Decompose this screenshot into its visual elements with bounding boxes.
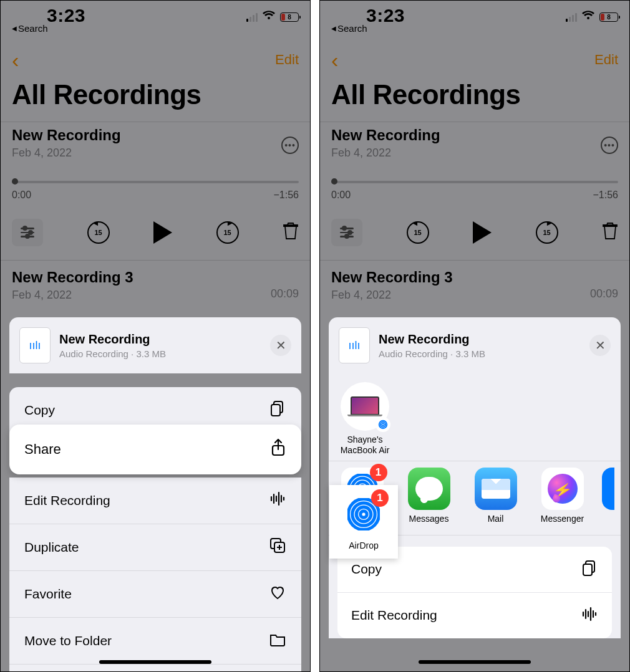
duplicate-icon: [269, 537, 286, 558]
share-icon: [270, 438, 286, 461]
sheet-subtitle: Audio Recording · 3.3 MB: [59, 348, 166, 359]
share-app-messages[interactable]: Messages: [402, 468, 456, 524]
status-bar: 3:23 Search 8: [320, 1, 629, 37]
recording-item-1[interactable]: New Recording Feb 4, 2022: [331, 127, 618, 160]
share-app-airdrop-highlighted[interactable]: 1 AirDrop: [329, 485, 398, 559]
divider: [320, 260, 629, 261]
mail-icon: [475, 468, 517, 510]
battery-icon: 8: [599, 12, 618, 22]
edit-button[interactable]: Edit: [275, 52, 299, 68]
sheet-header: ıılı New Recording Audio Recording · 3.3…: [329, 317, 621, 373]
recording-date: Feb 4, 2022: [12, 289, 299, 302]
status-time: 3:23: [331, 7, 405, 24]
delete-button[interactable]: [283, 221, 299, 244]
share-app-mail[interactable]: Mail: [468, 468, 523, 524]
audio-file-icon: ıılı: [339, 327, 370, 363]
elapsed-time: 0:00: [331, 190, 351, 201]
messages-icon: [408, 468, 450, 510]
status-bar: 3:23 Search 8: [1, 1, 310, 37]
waveform-icon: [581, 605, 598, 626]
recording-duration: 00:09: [271, 287, 299, 300]
share-app-messenger[interactable]: ⚡ Messenger: [535, 468, 589, 524]
play-button[interactable]: [153, 221, 172, 244]
menu-duplicate[interactable]: Duplicate: [9, 524, 301, 571]
airdrop-target-label: Shayne's MacBook Air: [335, 434, 395, 456]
back-button[interactable]: ‹: [331, 48, 338, 72]
action-edit-recording[interactable]: Edit Recording: [337, 593, 612, 638]
remaining-time: −1:56: [593, 190, 618, 201]
menu-move-to-folder[interactable]: Move to Folder: [9, 618, 301, 665]
more-options-button[interactable]: •••: [601, 137, 618, 154]
airdrop-badge-icon: [376, 417, 390, 432]
close-sheet-button[interactable]: ✕: [589, 335, 611, 356]
sheet-header: ıılı New Recording Audio Recording · 3.3…: [9, 317, 301, 373]
options-sliders-button[interactable]: [12, 219, 43, 246]
recording-item-1[interactable]: New Recording Feb 4, 2022: [12, 127, 299, 160]
playback-scrubber[interactable]: 0:00 −1:56: [12, 181, 299, 201]
share-app-more[interactable]: [602, 468, 614, 524]
wifi-icon: [263, 11, 275, 24]
divider: [320, 122, 629, 122]
recording-title: New Recording: [12, 127, 299, 144]
airdrop-label: AirDrop: [349, 540, 378, 550]
skip-back-15-button[interactable]: ◄15: [407, 221, 429, 244]
sheet-title: New Recording: [59, 332, 166, 347]
cellular-icon: [566, 13, 577, 22]
status-back-to-search[interactable]: Search: [12, 23, 85, 34]
recording-title: New Recording: [331, 127, 618, 144]
svg-rect-1: [271, 405, 280, 416]
folder-icon: [269, 630, 286, 651]
home-indicator[interactable]: [419, 660, 531, 664]
play-button[interactable]: [473, 221, 492, 244]
status-back-to-search[interactable]: Search: [331, 23, 405, 34]
airdrop-badge: 1: [370, 464, 387, 481]
waveform-icon: [269, 490, 286, 511]
skip-forward-15-button[interactable]: ►15: [536, 221, 558, 244]
airdrop-icon: 1: [342, 493, 385, 535]
airdrop-target-macbook[interactable]: Shayne's MacBook Air: [335, 382, 395, 456]
share-sheet: ıılı New Recording Audio Recording · 3.3…: [329, 317, 621, 638]
cellular-icon: [246, 13, 258, 22]
recording-item-2[interactable]: New Recording 3 Feb 4, 2022: [12, 269, 299, 302]
menu-share-highlighted[interactable]: Share: [9, 425, 301, 474]
menu-new-quick-note[interactable]: New Quick Note: [9, 665, 301, 672]
home-indicator[interactable]: [99, 660, 211, 664]
edit-button[interactable]: Edit: [594, 52, 618, 68]
copy-icon: [581, 559, 598, 580]
more-options-button[interactable]: •••: [281, 137, 299, 154]
status-time: 3:23: [12, 7, 85, 24]
svg-point-29: [361, 511, 367, 517]
menu-edit-recording[interactable]: Edit Recording: [9, 478, 301, 524]
skip-forward-15-button[interactable]: ►15: [216, 221, 239, 244]
copy-icon: [269, 400, 286, 421]
recording-date: Feb 4, 2022: [331, 289, 618, 302]
delete-button[interactable]: [602, 221, 618, 244]
svg-point-15: [380, 422, 385, 427]
divider: [1, 260, 310, 261]
elapsed-time: 0:00: [12, 190, 31, 201]
wifi-icon: [582, 11, 594, 24]
divider: [1, 122, 310, 122]
options-sliders-button[interactable]: [331, 219, 362, 246]
sheet-title: New Recording: [379, 332, 485, 347]
recording-duration: 00:09: [590, 287, 618, 300]
skip-back-15-button[interactable]: ◄15: [87, 221, 110, 244]
recording-title: New Recording 3: [331, 269, 618, 286]
recording-title: New Recording 3: [12, 269, 299, 286]
context-menu-sheet: ıılı New Recording Audio Recording · 3.3…: [9, 317, 301, 672]
recording-date: Feb 4, 2022: [12, 146, 299, 160]
svg-point-14: [382, 423, 384, 426]
airdrop-badge: 1: [371, 489, 389, 507]
battery-icon: 8: [280, 12, 299, 22]
airdrop-targets-row: Shayne's MacBook Air: [329, 373, 621, 461]
menu-favorite[interactable]: Favorite: [9, 571, 301, 618]
close-sheet-button[interactable]: ✕: [270, 335, 291, 356]
recording-date: Feb 4, 2022: [331, 146, 618, 160]
back-button[interactable]: ‹: [12, 48, 19, 72]
svg-rect-22: [583, 564, 592, 575]
recording-item-2[interactable]: New Recording 3 Feb 4, 2022: [331, 269, 618, 302]
heart-icon: [269, 583, 286, 605]
page-title: All Recordings: [12, 79, 201, 110]
playback-scrubber[interactable]: 0:00 −1:56: [331, 181, 618, 201]
sheet-subtitle: Audio Recording · 3.3 MB: [379, 348, 485, 359]
